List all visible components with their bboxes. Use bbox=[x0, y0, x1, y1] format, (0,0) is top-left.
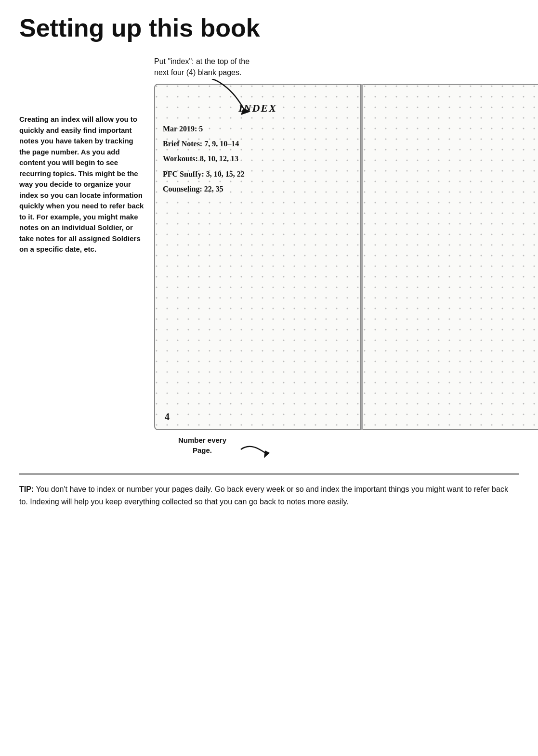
notebook-right-page bbox=[363, 84, 538, 430]
svg-rect-4 bbox=[363, 85, 538, 429]
page-container: Setting up this book Creating an index w… bbox=[0, 0, 538, 756]
down-arrow-icon bbox=[183, 79, 260, 122]
index-entries: Mar 2019: 5 Brief Notes: 7, 9, 10–14 Wor… bbox=[163, 122, 353, 195]
dot-grid-right bbox=[363, 85, 538, 429]
svg-marker-5 bbox=[264, 450, 270, 458]
number-every-page-label: Number every Page. bbox=[173, 435, 231, 455]
body-text: Creating an index will allow you to quic… bbox=[19, 114, 144, 255]
content-area: Creating an index will allow you to quic… bbox=[19, 56, 519, 459]
instruction-text: Put "index": at the top of the next four… bbox=[154, 56, 538, 78]
page-title: Setting up this book bbox=[19, 14, 519, 42]
index-entry-5: Counseling: 22, 35 bbox=[163, 182, 353, 195]
tip-section: TIP: You don't have to index or number y… bbox=[19, 474, 519, 508]
index-entry-2: Brief Notes: 7, 9, 10–14 bbox=[163, 137, 353, 150]
page-number: 4 bbox=[165, 411, 170, 423]
notebook-spread: Index Mar 2019: 5 Brief Notes: 7, 9, 10–… bbox=[154, 84, 538, 430]
number-page-arrow-icon bbox=[236, 440, 275, 459]
tip-text: You don't have to index or number your p… bbox=[19, 485, 508, 506]
svg-marker-0 bbox=[241, 108, 250, 115]
bottom-annotations: Number every Page. bbox=[144, 435, 538, 459]
left-description: Creating an index will allow you to quic… bbox=[19, 56, 144, 459]
index-entry-4: PFC Snuffy: 3, 10, 15, 22 bbox=[163, 167, 353, 180]
tip-bold-label: TIP: bbox=[19, 485, 34, 493]
notebook-area: Put "index": at the top of the next four… bbox=[144, 56, 538, 459]
index-entry-1: Mar 2019: 5 bbox=[163, 122, 353, 135]
notebook-left-page: Index Mar 2019: 5 Brief Notes: 7, 9, 10–… bbox=[154, 84, 361, 430]
index-entry-3: Workouts: 8, 10, 12, 13 bbox=[163, 152, 353, 165]
